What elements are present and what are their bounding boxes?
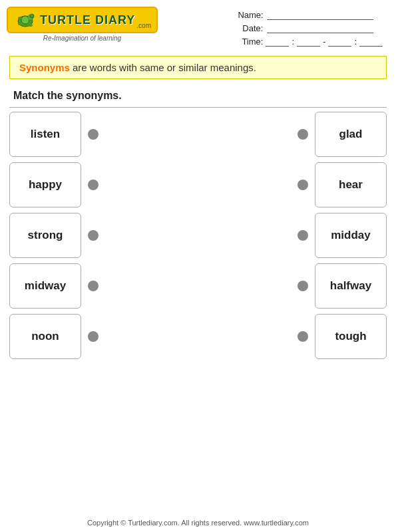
svg-point-8 bbox=[28, 25, 31, 27]
logo-com: .com bbox=[136, 22, 151, 29]
name-label: Name: bbox=[238, 10, 263, 20]
brand-name: TURTLE DIARY bbox=[40, 13, 135, 27]
match-area: listen glad happy hear strong midda bbox=[0, 112, 396, 359]
left-dot[interactable] bbox=[88, 281, 99, 291]
instruction-text: Match the synonyms. bbox=[0, 84, 396, 104]
right-dot[interactable] bbox=[297, 281, 308, 291]
right-word-box: hear bbox=[315, 162, 387, 207]
left-side: happy bbox=[9, 162, 99, 207]
match-row: happy hear bbox=[9, 162, 387, 207]
right-word-box: glad bbox=[315, 112, 387, 157]
banner-text: are words with same or similar meanings. bbox=[70, 62, 256, 73]
left-word-box: midway bbox=[9, 263, 81, 309]
left-dot[interactable] bbox=[88, 230, 99, 241]
left-word-box: strong bbox=[9, 213, 81, 258]
left-side: noon bbox=[9, 314, 99, 359]
right-side: tough bbox=[297, 314, 387, 359]
left-word-box: noon bbox=[9, 314, 81, 359]
right-side: midday bbox=[297, 213, 387, 258]
match-row: midway halfway bbox=[9, 263, 387, 309]
left-dot[interactable] bbox=[88, 180, 99, 190]
divider bbox=[9, 107, 387, 108]
right-dot[interactable] bbox=[297, 331, 308, 342]
svg-point-4 bbox=[30, 14, 34, 18]
name-row: Name: bbox=[238, 9, 383, 20]
left-dot[interactable] bbox=[88, 331, 99, 342]
left-word-box: listen bbox=[9, 112, 81, 157]
synonyms-banner: Synonyms are words with same or similar … bbox=[9, 56, 387, 79]
turtle-icon bbox=[13, 11, 37, 29]
time-label: Time: bbox=[238, 37, 263, 47]
svg-point-5 bbox=[18, 23, 22, 25]
left-side: midway bbox=[9, 263, 99, 309]
banner-highlight: Synonyms bbox=[19, 62, 70, 73]
match-row: listen glad bbox=[9, 112, 387, 157]
footer: Copyright © Turtlediary.com. All rights … bbox=[0, 519, 396, 527]
right-side: glad bbox=[297, 112, 387, 157]
time-row: Time: : - : bbox=[238, 36, 383, 47]
date-row: Date: bbox=[238, 23, 383, 33]
date-label: Date: bbox=[238, 23, 263, 33]
date-line bbox=[267, 23, 373, 33]
logo-tagline: Re-Imagination of learning bbox=[43, 35, 121, 42]
time-h1 bbox=[266, 36, 289, 47]
right-dot[interactable] bbox=[297, 129, 308, 140]
logo-box: TURTLE DIARY .com bbox=[7, 7, 158, 33]
header: TURTLE DIARY .com Re-Imagination of lear… bbox=[0, 0, 396, 51]
match-row: noon tough bbox=[9, 314, 387, 359]
right-word-box: midday bbox=[315, 213, 387, 258]
time-h2 bbox=[328, 36, 351, 47]
right-word-box: halfway bbox=[315, 263, 387, 309]
right-dot[interactable] bbox=[297, 180, 308, 190]
name-line bbox=[267, 9, 373, 20]
svg-point-7 bbox=[18, 17, 22, 19]
left-dot[interactable] bbox=[88, 129, 99, 140]
logo-area: TURTLE DIARY .com Re-Imagination of lear… bbox=[7, 7, 158, 42]
match-row: strong midday bbox=[9, 213, 387, 258]
form-fields: Name: Date: Time: : - : bbox=[238, 7, 383, 47]
time-m2 bbox=[359, 36, 383, 47]
left-word-box: happy bbox=[9, 162, 81, 207]
left-side: strong bbox=[9, 213, 99, 258]
time-m1 bbox=[297, 36, 320, 47]
right-word-box: tough bbox=[315, 314, 387, 359]
right-side: halfway bbox=[297, 263, 387, 309]
left-side: listen bbox=[9, 112, 99, 157]
right-side: hear bbox=[297, 162, 387, 207]
right-dot[interactable] bbox=[297, 230, 308, 241]
